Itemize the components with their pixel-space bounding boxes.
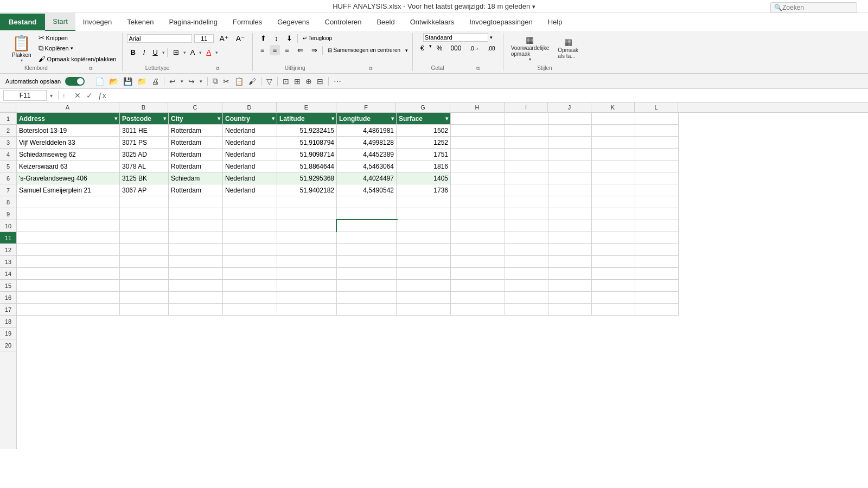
col-header-A[interactable]: A bbox=[16, 102, 119, 112]
font-shrink-button[interactable]: A⁻ bbox=[233, 33, 248, 44]
cell-A8[interactable] bbox=[17, 196, 120, 208]
percent-button[interactable]: % bbox=[433, 43, 446, 53]
col-header-D[interactable]: D bbox=[222, 102, 277, 112]
cell-G5[interactable]: 1816 bbox=[397, 160, 451, 172]
klembord-expand-icon[interactable]: ⧉ bbox=[63, 66, 118, 71]
menu-gegevens[interactable]: Gegevens bbox=[270, 14, 317, 30]
cell-K7[interactable] bbox=[592, 184, 635, 196]
cell-C2[interactable]: Rotterdam bbox=[169, 125, 223, 137]
cell-L6[interactable] bbox=[635, 172, 679, 184]
cell-ref-dropdown[interactable]: ▾ bbox=[49, 93, 54, 99]
cell-B4[interactable]: 3025 AD bbox=[120, 149, 169, 160]
undo-icon[interactable]: ↩ bbox=[168, 76, 177, 87]
menu-controleren[interactable]: Controleren bbox=[317, 14, 369, 30]
cell-H2[interactable] bbox=[451, 125, 505, 137]
header-city[interactable]: City ▾ bbox=[169, 113, 223, 125]
save-as-icon[interactable]: 📁 bbox=[136, 76, 148, 87]
cell-I4[interactable] bbox=[505, 149, 548, 160]
menu-invoegen[interactable]: Invoegen bbox=[75, 14, 120, 30]
cell-A3[interactable]: Vijf Werelddelen 33 bbox=[17, 137, 120, 149]
redo-icon[interactable]: ↪ bbox=[187, 76, 196, 87]
format-painter-icon[interactable]: 🖌 bbox=[247, 76, 258, 87]
col-header-G[interactable]: G bbox=[396, 102, 450, 112]
row-header-9[interactable]: 9 bbox=[0, 208, 16, 220]
gridlines-icon[interactable]: ⊞ bbox=[292, 76, 302, 87]
uitlijning-expand-icon[interactable]: ⧉ bbox=[333, 66, 408, 71]
decimal-increase-button[interactable]: .0→ bbox=[466, 43, 482, 53]
filter-icon[interactable]: ▽ bbox=[265, 76, 274, 87]
cell-J1[interactable] bbox=[548, 113, 592, 125]
col-header-E[interactable]: E bbox=[277, 102, 336, 112]
search-box[interactable]: 🔍 bbox=[770, 2, 857, 13]
cell-C6[interactable]: Schiedam bbox=[169, 172, 223, 184]
decimal-decrease-button[interactable]: .00 bbox=[484, 43, 499, 53]
font-family-select[interactable]: Arial bbox=[127, 34, 192, 43]
cell-G2[interactable]: 1502 bbox=[397, 125, 451, 137]
cell-H3[interactable] bbox=[451, 137, 505, 149]
cell-F6[interactable]: 4,4024497 bbox=[337, 172, 397, 184]
cell-C4[interactable]: Rotterdam bbox=[169, 149, 223, 160]
group-icon[interactable]: ⊟ bbox=[315, 76, 325, 87]
knippen-button[interactable]: ✂ Knippen bbox=[37, 33, 118, 42]
cell-J7[interactable] bbox=[548, 184, 592, 196]
menu-formules[interactable]: Formules bbox=[225, 14, 270, 30]
cell-J2[interactable] bbox=[548, 125, 592, 137]
row-header-6[interactable]: 6 bbox=[0, 172, 16, 184]
cell-reference-input[interactable] bbox=[3, 90, 47, 101]
cell-K5[interactable] bbox=[592, 160, 635, 172]
cell-I3[interactable] bbox=[505, 137, 548, 149]
formula-confirm-button[interactable]: ✓ bbox=[85, 91, 94, 100]
fill-color-button[interactable]: A bbox=[187, 47, 199, 57]
more-icon[interactable]: ⋯ bbox=[332, 76, 343, 87]
header-postcode[interactable]: Postcode ▾ bbox=[120, 113, 169, 125]
cell-L1[interactable] bbox=[635, 113, 679, 125]
italic-button[interactable]: I bbox=[140, 47, 149, 57]
new-file-icon[interactable]: 📄 bbox=[93, 76, 106, 87]
align-middle-button[interactable]: ↕ bbox=[271, 33, 282, 43]
cell-I1[interactable] bbox=[505, 113, 548, 125]
cell-G6[interactable]: 1405 bbox=[397, 172, 451, 184]
cell-I5[interactable] bbox=[505, 160, 548, 172]
cell-F2[interactable]: 4,4861981 bbox=[337, 125, 397, 137]
wrap-text-button[interactable]: ↵ Terugloop bbox=[299, 34, 336, 42]
cell-C3[interactable]: Rotterdam bbox=[169, 137, 223, 149]
lettertype-expand-icon[interactable]: ⧉ bbox=[188, 66, 248, 71]
row-header-19[interactable]: 19 bbox=[0, 328, 16, 339]
getal-expand-icon[interactable]: ⧉ bbox=[458, 66, 499, 71]
align-top-button[interactable]: ⬆ bbox=[257, 33, 270, 43]
cell-G7[interactable]: 1736 bbox=[397, 184, 451, 196]
align-center-button[interactable]: ≡ bbox=[270, 45, 280, 55]
cell-A6[interactable]: 's-Gravelandseweg 406 bbox=[17, 172, 120, 184]
filter-address-button[interactable]: ▾ bbox=[114, 115, 117, 121]
open-file-icon[interactable]: 📂 bbox=[107, 76, 120, 87]
cell-K2[interactable] bbox=[592, 125, 635, 137]
cell-H1[interactable] bbox=[451, 113, 505, 125]
cell-K1[interactable] bbox=[592, 113, 635, 125]
cell-A4[interactable]: Schiedamseweg 62 bbox=[17, 149, 120, 160]
cell-I7[interactable] bbox=[505, 184, 548, 196]
cell-G3[interactable]: 1252 bbox=[397, 137, 451, 149]
cell-L2[interactable] bbox=[635, 125, 679, 137]
row-header-3[interactable]: 3 bbox=[0, 137, 16, 149]
row-header-15[interactable]: 15 bbox=[0, 280, 16, 292]
row-header-12[interactable]: 12 bbox=[0, 244, 16, 256]
row-header-7[interactable]: 7 bbox=[0, 184, 16, 196]
filter-surface-button[interactable]: ▾ bbox=[445, 115, 448, 121]
col-header-C[interactable]: C bbox=[168, 102, 222, 112]
cell-E6[interactable]: 51,9295368 bbox=[277, 172, 337, 184]
row-header-1[interactable]: 1 bbox=[0, 113, 16, 125]
bold-button[interactable]: B bbox=[127, 47, 138, 57]
cell-K4[interactable] bbox=[592, 149, 635, 160]
col-header-I[interactable]: I bbox=[505, 102, 548, 112]
number-format-select[interactable]: Standaard bbox=[423, 33, 488, 42]
cell-F7[interactable]: 4,5490542 bbox=[337, 184, 397, 196]
save-icon[interactable]: 💾 bbox=[122, 76, 134, 87]
menu-ontwikkelaars[interactable]: Ontwikkelaars bbox=[403, 14, 462, 30]
cell-D5[interactable]: Nederland bbox=[223, 160, 277, 172]
cell-B2[interactable]: 3011 HE bbox=[120, 125, 169, 137]
search-input[interactable] bbox=[782, 4, 853, 11]
align-right-button[interactable]: ≡ bbox=[282, 45, 292, 55]
cell-B7[interactable]: 3067 AP bbox=[120, 184, 169, 196]
underline-button[interactable]: U bbox=[149, 47, 161, 57]
border-button[interactable]: ⊞ bbox=[170, 47, 182, 57]
